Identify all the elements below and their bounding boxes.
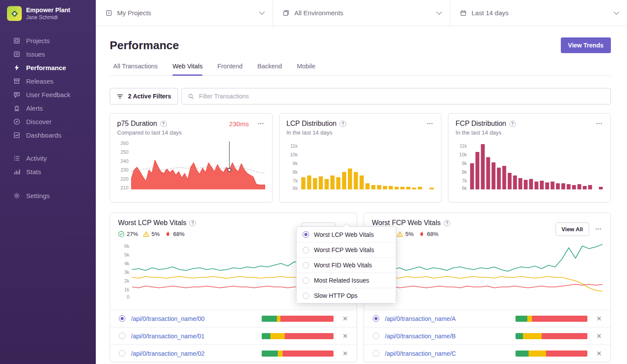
radio-icon[interactable] [373, 333, 379, 339]
close-icon[interactable] [596, 350, 602, 357]
chevron-down-icon [259, 9, 265, 15]
sidebar-item-discover[interactable]: Discover [0, 115, 96, 128]
sidebar-item-issues[interactable]: Issues [0, 47, 96, 61]
sidebar-item-alerts[interactable]: Alerts [0, 101, 96, 115]
vitals-breakdown-bar [262, 333, 334, 339]
p75-duration-card: p75 Duration 230ms Compared to last 14 d… [110, 113, 273, 202]
tab-web-vitals[interactable]: Web Vitals [172, 63, 202, 75]
card-title: LCP Distribution [287, 120, 337, 128]
close-icon[interactable] [342, 333, 348, 339]
radio-icon[interactable] [119, 315, 125, 322]
sidebar-item-dashboards[interactable]: Dashboards [0, 128, 96, 142]
transaction-link[interactable]: /api/0/transaction_name/B [385, 333, 456, 340]
vitals-dropdown-menu: Worst LCP Web Vitals Worst FCP Web Vital… [296, 226, 396, 303]
radio-icon[interactable] [373, 315, 379, 322]
sidebar-item-user-feedback[interactable]: User Feedback [0, 88, 96, 101]
card-subtitle: Compared to last 14 days [117, 129, 265, 136]
tab-backend[interactable]: Backend [257, 63, 282, 75]
org-switcher[interactable]: Empower Plant Jane Schmidt [0, 0, 96, 25]
org-logo-icon [7, 6, 22, 21]
sidebar-item-stats[interactable]: Stats [0, 165, 96, 179]
project-filter-dropdown[interactable]: My Projects [96, 0, 273, 26]
transaction-link[interactable]: /api/0/transaction_name/00 [131, 315, 205, 322]
fcp-distribution-card: FCP Distribution In the last 14 days 11k… [448, 113, 611, 202]
dropdown-item-worst-lcp[interactable]: Worst LCP Web Vitals [297, 227, 396, 242]
view-trends-button[interactable]: View Trends [561, 37, 611, 53]
card-title: Worst LCP Web Vitals [118, 219, 186, 227]
transaction-link[interactable]: /api/0/transaction_name/02 [131, 350, 205, 357]
close-icon[interactable] [596, 333, 602, 339]
p75-duration-chart: 260250240230220210 [117, 141, 265, 189]
help-icon[interactable] [509, 121, 516, 127]
environments-icon [283, 10, 290, 17]
worst-fcp-chart: 6k5k4k3k2k1k0 [372, 242, 603, 298]
dropdown-item-most-related-issues[interactable]: Most Related Issues [297, 273, 396, 288]
sidebar-item-releases[interactable]: Releases [0, 74, 96, 88]
card-subtitle: In the last 14 days [287, 129, 435, 136]
dropdown-item-slow-http-ops[interactable]: Slow HTTP Ops [297, 288, 396, 303]
sidebar-item-settings[interactable]: Settings [0, 189, 96, 202]
sidebar-item-label: Performance [26, 64, 66, 71]
tab-frontend[interactable]: Frontend [217, 63, 243, 75]
radio-icon [303, 277, 309, 284]
worst-fcp-card: Worst FCP Web Vitals 27% 5% 68% View All [364, 212, 611, 362]
sidebar-item-label: Discover [26, 118, 51, 125]
sidebar-item-label: User Feedback [26, 91, 71, 98]
close-icon[interactable] [342, 315, 348, 322]
user-feedback-icon [13, 91, 20, 98]
environment-filter-dropdown[interactable]: All Environments [273, 0, 450, 26]
radio-icon[interactable] [119, 350, 125, 357]
transaction-link[interactable]: /api/0/transaction_name/01 [131, 333, 205, 340]
sidebar-item-projects[interactable]: Projects [0, 34, 96, 47]
help-icon[interactable] [160, 121, 167, 127]
meh-pct: 5% [152, 231, 160, 237]
fcp-distribution-chart: 11k10k9k8k7k6k [455, 141, 603, 189]
sidebar-nav-tertiary: Settings [0, 189, 96, 202]
dropdown-item-worst-fcp[interactable]: Worst FCP Web Vitals [297, 242, 396, 257]
vitals-breakdown-bar [516, 351, 587, 357]
dropdown-item-worst-fid[interactable]: Worst FID Web Vitals [297, 257, 396, 273]
card-options-icon[interactable] [596, 121, 603, 127]
sidebar-item-performance[interactable]: Performance [0, 61, 96, 74]
date-range-dropdown[interactable]: Last 14 days [450, 0, 627, 26]
tab-all-transactions[interactable]: All Transactions [113, 63, 158, 75]
activity-icon [13, 155, 20, 162]
vitals-summary-row: p75 Duration 230ms Compared to last 14 d… [110, 113, 611, 202]
filter-row: 2 Active Filters [110, 88, 611, 104]
performance-icon [13, 64, 20, 71]
stats-icon [13, 168, 20, 175]
card-options-icon[interactable] [257, 121, 265, 127]
view-all-button[interactable]: View All [556, 222, 589, 236]
dropdown-item-label: Slow HTTP Ops [314, 292, 357, 299]
card-options-icon[interactable] [595, 226, 603, 232]
transaction-list: /api/0/transaction_name/00 /api/0/transa… [110, 310, 357, 362]
sidebar-item-label: Alerts [26, 104, 43, 112]
radio-icon[interactable] [119, 333, 125, 339]
app: Empower Plant Jane Schmidt Projects Issu… [0, 0, 627, 364]
search-input[interactable] [198, 92, 605, 100]
close-icon[interactable] [596, 315, 602, 322]
transaction-link[interactable]: /api/0/transaction_name/C [385, 350, 456, 357]
transaction-row: /api/0/transaction_name/B [364, 327, 610, 344]
radio-icon[interactable] [373, 350, 379, 357]
vitals-breakdown-bar [262, 316, 334, 322]
close-icon[interactable] [342, 350, 348, 357]
tab-mobile[interactable]: Mobile [297, 63, 316, 75]
global-filter-bar: My Projects All Environments Last 14 day… [96, 0, 627, 26]
sidebar-item-label: Releases [26, 78, 54, 85]
help-icon[interactable] [340, 121, 346, 127]
card-title: Worst FCP Web Vitals [372, 219, 441, 227]
calendar-icon [460, 10, 467, 17]
transaction-row: /api/0/transaction_name/00 [110, 310, 357, 327]
search-icon [188, 93, 194, 100]
transaction-link[interactable]: /api/0/transaction_name/A [385, 315, 456, 322]
card-options-icon[interactable] [426, 121, 434, 127]
active-filters-button[interactable]: 2 Active Filters [110, 88, 178, 104]
check-circle-icon [118, 231, 125, 237]
sidebar-item-activity[interactable]: Activity [0, 152, 96, 165]
help-icon[interactable] [444, 220, 450, 226]
transaction-list: /api/0/transaction_name/A /api/0/transac… [364, 310, 610, 362]
filter-icon [117, 93, 123, 100]
sidebar-item-label: Settings [26, 192, 50, 199]
help-icon[interactable] [189, 220, 196, 226]
